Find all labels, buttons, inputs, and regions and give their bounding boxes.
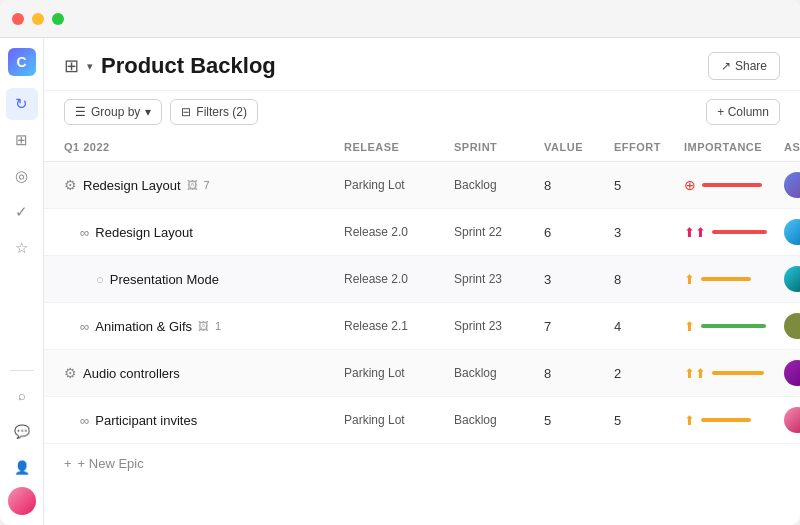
new-epic-button[interactable]: + + New Epic xyxy=(44,444,800,483)
table-row[interactable]: ○ Presentation Mode Release 2.0 Sprint 2… xyxy=(44,256,800,303)
maximize-button[interactable] xyxy=(52,13,64,25)
sidebar-item-refresh[interactable]: ↻ xyxy=(6,88,38,120)
importance-icon: ⬆ xyxy=(684,319,695,334)
target-icon: ◎ xyxy=(15,167,28,185)
row-name-cell: ⚙ Audio controllers xyxy=(64,365,344,381)
titlebar xyxy=(0,0,800,38)
row-name: Presentation Mode xyxy=(110,272,219,287)
importance-bar xyxy=(701,277,751,281)
page-title-area: ⊞ ▾ Product Backlog xyxy=(64,53,276,79)
col-header-release: RELEASE xyxy=(344,141,454,153)
attachment-icon: 🖼 xyxy=(198,320,209,332)
row-name-cell: ∞ Redesign Layout xyxy=(64,225,344,240)
sprint-cell: Backlog xyxy=(454,366,544,380)
value-cell: 6 xyxy=(544,225,614,240)
filters-button[interactable]: ⊟ Filters (2) xyxy=(170,99,258,125)
attachment-icon: 🖼 xyxy=(187,179,198,191)
sidebar: C ↻ ⊞ ◎ ✓ ☆ ⌕ 💬 xyxy=(0,38,44,525)
importance-bar xyxy=(712,371,764,375)
user-icon: 👤 xyxy=(14,460,30,475)
sprint-cell: Sprint 22 xyxy=(454,225,544,239)
sprint-cell: Sprint 23 xyxy=(454,272,544,286)
main-window: C ↻ ⊞ ◎ ✓ ☆ ⌕ 💬 xyxy=(0,0,800,525)
assign-cell xyxy=(784,219,800,245)
group-by-icon: ☰ xyxy=(75,105,86,119)
app-logo[interactable]: C xyxy=(8,48,36,76)
refresh-icon: ↻ xyxy=(15,95,28,113)
importance-bar xyxy=(712,230,767,234)
story-icon: ∞ xyxy=(80,413,89,428)
value-cell: 5 xyxy=(544,413,614,428)
col-header-value: VALUE xyxy=(544,141,614,153)
filter-icon: ⊟ xyxy=(181,105,191,119)
share-button[interactable]: ↗ Share xyxy=(708,52,780,80)
release-cell: Parking Lot xyxy=(344,366,454,380)
comment-icon: 💬 xyxy=(14,424,30,439)
row-name: Audio controllers xyxy=(83,366,180,381)
release-cell: Release 2.1 xyxy=(344,319,454,333)
avatar xyxy=(784,407,800,433)
close-button[interactable] xyxy=(12,13,24,25)
effort-cell: 8 xyxy=(614,272,684,287)
group-by-button[interactable]: ☰ Group by ▾ xyxy=(64,99,162,125)
user-avatar[interactable] xyxy=(8,487,36,515)
page-title: Product Backlog xyxy=(101,53,276,79)
sidebar-divider xyxy=(10,370,34,371)
row-name-cell: ○ Presentation Mode xyxy=(64,272,344,287)
avatar xyxy=(784,313,800,339)
effort-cell: 5 xyxy=(614,178,684,193)
table-container: Q1 2022 RELEASE SPRINT VALUE EFFORT IMPO… xyxy=(44,133,800,525)
avatar xyxy=(784,172,800,198)
importance-bar xyxy=(701,418,751,422)
col-header-effort: EFFORT xyxy=(614,141,684,153)
avatar xyxy=(784,219,800,245)
share-icon: ↗ xyxy=(721,59,731,73)
assign-cell xyxy=(784,266,800,292)
effort-cell: 3 xyxy=(614,225,684,240)
app-body: C ↻ ⊞ ◎ ✓ ☆ ⌕ 💬 xyxy=(0,38,800,525)
add-column-button[interactable]: + Column xyxy=(706,99,780,125)
col-header-name: Q1 2022 xyxy=(64,141,344,153)
avatar xyxy=(784,360,800,386)
table-row[interactable]: ∞ Redesign Layout Release 2.0 Sprint 22 … xyxy=(44,209,800,256)
sidebar-item-grid[interactable]: ⊞ xyxy=(6,124,38,156)
release-cell: Release 2.0 xyxy=(344,272,454,286)
importance-cell: ⬆⬆ xyxy=(684,225,784,240)
sprint-cell: Backlog xyxy=(454,413,544,427)
importance-bar xyxy=(702,183,762,187)
table-row[interactable]: ⚙ Redesign Layout 🖼 7 Parking Lot Backlo… xyxy=(44,162,800,209)
release-cell: Parking Lot xyxy=(344,413,454,427)
minimize-button[interactable] xyxy=(32,13,44,25)
view-dropdown-icon[interactable]: ▾ xyxy=(87,60,93,73)
importance-cell: ⊕ xyxy=(684,177,784,193)
sprint-cell: Backlog xyxy=(454,178,544,192)
check-icon: ✓ xyxy=(15,203,28,221)
row-name-cell: ∞ Animation & Gifs 🖼 1 xyxy=(64,319,344,334)
table-row[interactable]: ∞ Animation & Gifs 🖼 1 Release 2.1 Sprin… xyxy=(44,303,800,350)
col-header-sprint: SPRINT xyxy=(454,141,544,153)
row-name: Animation & Gifs xyxy=(95,319,192,334)
assign-cell xyxy=(784,313,800,339)
main-content: ⊞ ▾ Product Backlog ↗ Share ☰ Group by ▾… xyxy=(44,38,800,525)
table-row[interactable]: ⚙ Audio controllers Parking Lot Backlog … xyxy=(44,350,800,397)
sidebar-item-comment[interactable]: 💬 xyxy=(6,415,38,447)
sidebar-item-star[interactable]: ☆ xyxy=(6,232,38,264)
search-icon: ⌕ xyxy=(18,388,26,403)
sidebar-item-search[interactable]: ⌕ xyxy=(6,379,38,411)
avatar xyxy=(784,266,800,292)
sidebar-item-target[interactable]: ◎ xyxy=(6,160,38,192)
importance-bar xyxy=(701,324,766,328)
sidebar-item-check[interactable]: ✓ xyxy=(6,196,38,228)
importance-cell: ⬆⬆ xyxy=(684,366,784,381)
grid-icon: ⊞ xyxy=(15,131,28,149)
table-row[interactable]: ∞ Participant invites Parking Lot Backlo… xyxy=(44,397,800,444)
sidebar-item-user[interactable]: 👤 xyxy=(6,451,38,483)
epic-icon: ⚙ xyxy=(64,177,77,193)
importance-icon: ⬆⬆ xyxy=(684,366,706,381)
page-header: ⊞ ▾ Product Backlog ↗ Share xyxy=(44,38,800,91)
assign-cell xyxy=(784,360,800,386)
importance-cell: ⬆ xyxy=(684,319,784,334)
importance-icon: ⬆ xyxy=(684,272,695,287)
col-header-importance: IMPORTANCE xyxy=(684,141,784,153)
row-name: Participant invites xyxy=(95,413,197,428)
